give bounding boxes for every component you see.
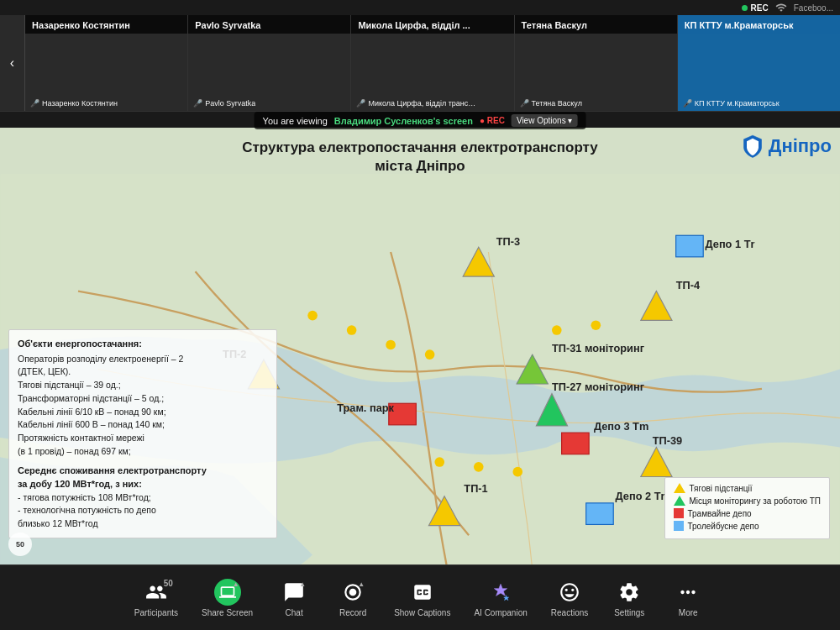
info-line-5: Кабельні лінії 600 В – понад 140 км;	[18, 418, 268, 432]
share-screen-label: Share Screen	[202, 608, 253, 617]
participant-name-top-3: Тетяна Васкул	[515, 15, 677, 34]
slide-title-line1: Структура електропостачання електротранс…	[242, 139, 598, 156]
svg-text:Депо 2 Тr: Депо 2 Тr	[616, 490, 665, 502]
legend-item-1: Тягові підстанції	[674, 483, 822, 493]
svg-point-3	[386, 340, 396, 350]
participant-name-top-1: Pavlo Syrvatka	[188, 15, 350, 34]
info-line-1: (ДТЕК, ЦЕК).	[18, 365, 268, 379]
participants-icon: 50	[143, 579, 170, 606]
participant-card-0[interactable]: Назаренко Костянтин 🎤 Назаренко Костянти…	[25, 15, 188, 111]
svg-point-7	[434, 457, 444, 467]
bottom-toolbar: 50 Participants ▲ Share Screen ▲ Chat ▲ …	[0, 564, 840, 630]
view-options-button[interactable]: View Options ▾	[512, 114, 578, 127]
participant-card-2[interactable]: Микола Цирфа, відділ ... 🎤 Микола Цирфа,…	[351, 15, 514, 111]
collapse-button[interactable]: ‹	[0, 15, 25, 111]
svg-text:ТП-27 моніторинг: ТП-27 моніторинг	[552, 381, 644, 393]
companion-button[interactable]: AI Companion	[462, 574, 538, 622]
legend-rect-red	[674, 508, 684, 518]
svg-point-9	[512, 467, 522, 477]
main-content: Структура електропостачання електротранс…	[0, 128, 840, 564]
participants-label: Participants	[134, 608, 178, 617]
participant-name-top-2: Микола Цирфа, відділ ...	[351, 15, 513, 34]
svg-text:Депо 3 Тm: Депо 3 Тm	[594, 420, 648, 433]
participant-video-2: 🎤 Микола Цирфа, відділ транспо...	[351, 34, 513, 111]
legend-item-3: Трамвайне депо	[674, 508, 822, 518]
facebook-label: Faceboo...	[794, 3, 833, 13]
participant-card-4[interactable]: КП КTТУ м.Краматорськ 🎤 КП КTТУ м.Крамат…	[678, 15, 840, 111]
legend-triangle-green	[674, 496, 685, 506]
info-line-3: Трансформаторні підстанції – 5 од.;	[18, 392, 268, 406]
legend-item-4: Тролейбусне депо	[674, 521, 822, 531]
consumption-line-1: - технологічна потужність по депо	[18, 504, 268, 517]
info-line-6: Протяжність контактної мережі	[18, 432, 268, 445]
legend-label-4: Тролейбусне депо	[688, 522, 759, 531]
participant-bottom-3: 🎤 Тетяна Васкул	[520, 99, 582, 108]
rec-label: REC	[751, 3, 769, 13]
rec-badge: ● REC	[480, 116, 505, 125]
record-caret: ▲	[358, 580, 365, 588]
record-button[interactable]: ▲ Record	[323, 574, 382, 622]
mic-icon-1: 🎤	[193, 99, 202, 108]
presenter-name: Владимир Сусленков's screen	[334, 116, 473, 126]
svg-point-5	[552, 325, 562, 335]
captions-icon	[409, 579, 436, 606]
svg-point-34	[349, 588, 357, 596]
settings-icon	[616, 579, 643, 606]
participant-bottom-0: 🎤 Назаренко Костянтин	[30, 99, 118, 108]
participant-card-3[interactable]: Тетяна Васкул 🎤 Тетяна Васкул	[515, 15, 678, 111]
dnipro-logo: Дніпро	[741, 134, 832, 158]
more-label: More	[679, 608, 698, 617]
reactions-label: Reactions	[551, 608, 588, 617]
info-box: Об'єкти енергопостачання: Операторів роз…	[8, 329, 277, 538]
more-button[interactable]: More	[659, 574, 717, 622]
reactions-icon	[556, 579, 583, 606]
settings-button[interactable]: Settings	[600, 574, 659, 622]
legend-label-1: Тягові підстанції	[690, 484, 753, 493]
mic-icon-4: 🎤	[683, 99, 692, 108]
legend-label-2: Місця моніторингу за роботою ТП	[690, 496, 822, 506]
reactions-button[interactable]: Reactions	[539, 574, 600, 622]
viewing-banner: You are viewing Владимир Сусленков's scr…	[255, 112, 586, 129]
legend-triangle-yellow	[674, 483, 685, 493]
captions-button[interactable]: Show Captions	[382, 574, 462, 622]
legend-label-3: Трамвайне депо	[688, 509, 752, 518]
companion-icon	[487, 579, 514, 606]
participant-video-0: 🎤 Назаренко Костянтин	[25, 34, 187, 111]
chat-label: Chat	[286, 608, 303, 617]
dnipro-text: Дніпро	[769, 135, 832, 157]
svg-text:ТП-31 моніторинг: ТП-31 моніторинг	[552, 342, 644, 354]
share-screen-caret: ▲	[233, 580, 239, 588]
presentation-background: Структура електропостачання електротранс…	[0, 128, 840, 564]
settings-label: Settings	[614, 608, 644, 617]
consumption-line-0: - тягова потужність 108 МВт*год;	[18, 491, 268, 505]
participant-video-4: 🎤 КП КTТУ м.Краматорськ	[678, 34, 840, 111]
info-line-7: (в 1 провід) – понад 697 км;	[18, 445, 268, 459]
slide-title-line2: міста Дніпро	[375, 158, 465, 175]
mic-icon-0: 🎤	[30, 99, 39, 108]
participant-video-3: 🎤 Тетяна Васкул	[515, 34, 677, 111]
participant-bottom-4: 🎤 КП КTТУ м.Краматорськ	[683, 99, 780, 108]
participant-cards: Назаренко Костянтин 🎤 Назаренко Костянти…	[25, 15, 840, 111]
chat-caret: ▲	[299, 580, 306, 588]
svg-text:ТП-3: ТП-3	[496, 235, 520, 248]
svg-point-1	[307, 311, 318, 321]
svg-text:Трам. парк: Трам. парк	[337, 402, 394, 414]
consumption-subtitle: за добу 120 МВт*год, з них:	[18, 477, 268, 491]
mic-icon-2: 🎤	[356, 99, 365, 108]
participants-button[interactable]: 50 Participants	[123, 574, 190, 622]
record-icon: ▲	[339, 579, 366, 606]
share-screen-button[interactable]: ▲ Share Screen	[190, 574, 265, 622]
captions-label: Show Captions	[394, 608, 450, 617]
zoom-badge: 50	[8, 533, 32, 556]
participant-card-1[interactable]: Pavlo Syrvatka 🎤 Pavlo Syrvatka	[188, 15, 351, 111]
participant-strip: ‹ Назаренко Костянтин 🎤 Назаренко Костян…	[0, 15, 840, 112]
info-title: Об'єкти енергопостачання:	[18, 337, 268, 351]
svg-rect-18	[676, 235, 704, 257]
recording-indicator: REC	[742, 3, 769, 13]
wifi-icon	[775, 2, 787, 13]
svg-point-6	[591, 320, 601, 330]
svg-point-8	[474, 462, 484, 472]
chat-button[interactable]: ▲ Chat	[265, 574, 323, 622]
participant-video-1: 🎤 Pavlo Syrvatka	[188, 34, 350, 111]
legend-rect-blue	[674, 521, 684, 531]
